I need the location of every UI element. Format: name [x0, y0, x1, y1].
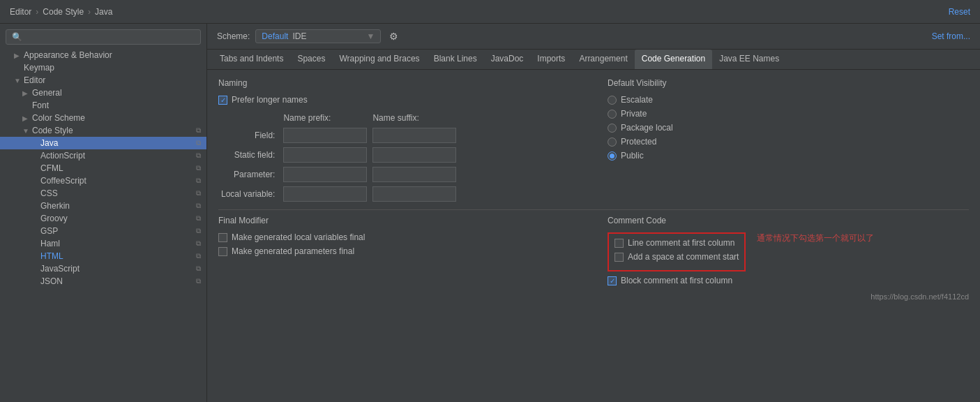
- local-vars-final-item[interactable]: Make generated local variables final: [218, 232, 580, 242]
- parameter-prefix-input[interactable]: [283, 167, 367, 182]
- copy-icon: ⧉: [196, 239, 201, 248]
- radio-circle[interactable]: [608, 96, 617, 105]
- table-row: Static field:: [218, 145, 459, 165]
- radio-label: Private: [621, 109, 647, 119]
- sidebar-item-general[interactable]: ▶ General: [0, 87, 206, 99]
- sidebar-item-javascript[interactable]: JavaScript ⧉: [0, 262, 206, 275]
- arrow-icon: ▶: [22, 114, 31, 122]
- sidebar-item-label: Haml: [40, 239, 60, 248]
- tab-imports[interactable]: Imports: [530, 50, 572, 69]
- radio-circle[interactable]: [608, 137, 617, 147]
- breadcrumb: Editor › Code Style › Java: [10, 7, 112, 17]
- comment-annotation: 通常情况下勾选第一个就可以了: [757, 232, 874, 244]
- gear-button[interactable]: ⚙: [386, 29, 401, 43]
- scheme-dropdown[interactable]: Default IDE ▼: [255, 29, 381, 43]
- radio-label: Escalate: [621, 95, 653, 105]
- prefer-longer-row[interactable]: Prefer longer names: [218, 95, 580, 105]
- naming-table: Name prefix: Name suffix: Field: Static …: [218, 112, 459, 204]
- sidebar-item-actionscript[interactable]: ActionScript ⧉: [0, 149, 206, 162]
- sidebar-item-codestyle[interactable]: ▼ Code Style ⧉: [0, 124, 206, 137]
- parameters-final-checkbox[interactable]: [218, 247, 227, 256]
- sidebar-item-label: Java: [40, 138, 58, 148]
- copy-icon: ⧉: [196, 177, 201, 185]
- settings-content: Naming Prefer longer names Name prefix: …: [207, 70, 980, 402]
- visibility-section: Default Visibility Escalate Private Pack…: [608, 78, 969, 204]
- sidebar-item-appearance[interactable]: ▶ Appearance & Behavior: [0, 49, 206, 61]
- sidebar-item-css[interactable]: CSS ⧉: [0, 187, 206, 200]
- tab-wrapping[interactable]: Wrapping and Braces: [332, 50, 426, 69]
- set-from-link[interactable]: Set from...: [932, 31, 970, 41]
- col-suffix-header: Name suffix:: [370, 112, 459, 126]
- local-var-label: Local variable:: [218, 184, 280, 204]
- radio-circle[interactable]: [608, 124, 617, 133]
- radio-escalate[interactable]: Escalate: [608, 95, 969, 105]
- sidebar-item-html[interactable]: HTML ⧉: [0, 250, 206, 262]
- search-input[interactable]: [6, 29, 201, 45]
- naming-title: Naming: [218, 78, 580, 88]
- tab-javadoc[interactable]: JavaDoc: [484, 50, 531, 69]
- local-var-suffix-input[interactable]: [372, 186, 456, 202]
- sidebar-item-colorscheme[interactable]: ▶ Color Scheme: [0, 112, 206, 124]
- breadcrumb-java: Java: [95, 7, 112, 17]
- radio-protected[interactable]: Protected: [608, 137, 969, 147]
- radio-private[interactable]: Private: [608, 109, 969, 119]
- sidebar-item-gherkin[interactable]: Gherkin ⧉: [0, 200, 206, 212]
- tab-blank-lines[interactable]: Blank Lines: [427, 50, 484, 69]
- line-comment-item[interactable]: Line comment at first column: [615, 238, 739, 248]
- visibility-title: Default Visibility: [608, 78, 969, 88]
- prefer-longer-checkbox[interactable]: [218, 96, 227, 105]
- radio-package-local[interactable]: Package local: [608, 123, 969, 133]
- tab-java-ee-names[interactable]: Java EE Names: [712, 50, 786, 69]
- scheme-ide: IDE: [292, 31, 306, 41]
- field-prefix-input[interactable]: [283, 128, 367, 143]
- add-space-checkbox[interactable]: [615, 253, 624, 262]
- tab-arrangement[interactable]: Arrangement: [572, 50, 634, 69]
- field-suffix-input[interactable]: [372, 128, 456, 143]
- sidebar-item-keymap[interactable]: Keymap: [0, 61, 206, 74]
- copy-icon: ⧉: [196, 252, 201, 260]
- sidebar-item-gsp[interactable]: GSP ⧉: [0, 225, 206, 237]
- breadcrumb-codestyle[interactable]: Code Style: [43, 7, 84, 17]
- tab-code-generation[interactable]: Code Generation: [635, 50, 712, 69]
- sidebar-item-coffeescript[interactable]: CoffeeScript ⧉: [0, 174, 206, 187]
- sidebar-item-font[interactable]: Font: [0, 99, 206, 112]
- local-var-prefix-input[interactable]: [283, 186, 367, 202]
- sidebar-item-java[interactable]: Java ⧉: [0, 137, 206, 149]
- sidebar-item-groovy[interactable]: Groovy ⧉: [0, 212, 206, 225]
- parameters-final-item[interactable]: Make generated parameters final: [218, 246, 580, 256]
- block-comment-label: Block comment at first column: [621, 276, 732, 285]
- parameter-suffix-input[interactable]: [372, 167, 456, 182]
- sidebar-item-haml[interactable]: Haml ⧉: [0, 237, 206, 250]
- sidebar-item-label: Keymap: [24, 63, 54, 73]
- add-space-item[interactable]: Add a space at comment start: [615, 252, 739, 262]
- block-comment-item[interactable]: Block comment at first column: [608, 276, 969, 285]
- radio-circle[interactable]: [608, 110, 617, 119]
- line-comment-checkbox[interactable]: [615, 239, 624, 248]
- radio-label: Package local: [621, 123, 673, 133]
- tab-spaces[interactable]: Spaces: [290, 50, 332, 69]
- section-divider: [218, 209, 969, 210]
- block-comment-checkbox[interactable]: [608, 276, 617, 285]
- prefer-longer-label: Prefer longer names: [232, 95, 308, 105]
- radio-public[interactable]: Public: [608, 151, 969, 161]
- sidebar-item-json[interactable]: JSON ⧉: [0, 275, 206, 288]
- url-text: https://blog.csdn.net/f4112cd: [870, 292, 969, 301]
- local-vars-final-checkbox[interactable]: [218, 233, 227, 242]
- static-field-suffix-input[interactable]: [372, 147, 456, 163]
- sidebar-item-cfml[interactable]: CFML ⧉: [0, 162, 206, 174]
- reset-button[interactable]: Reset: [949, 7, 970, 17]
- copy-icon: ⧉: [196, 126, 201, 135]
- sidebar-item-label: CFML: [40, 163, 63, 173]
- arrow-icon: ▼: [14, 77, 22, 84]
- tab-tabs-and-indents[interactable]: Tabs and Indents: [213, 50, 290, 69]
- sidebar-item-editor[interactable]: ▼ Editor: [0, 74, 206, 87]
- content-area: Scheme: Default IDE ▼ ⚙ Set from... Tabs…: [207, 24, 980, 402]
- sidebar-item-label: GSP: [40, 226, 58, 236]
- table-row: Local variable:: [218, 184, 459, 204]
- static-field-prefix-input[interactable]: [283, 147, 367, 163]
- breadcrumb-editor[interactable]: Editor: [10, 7, 31, 17]
- radio-group: Escalate Private Package local Protected: [608, 95, 969, 161]
- copy-icon: ⧉: [196, 202, 201, 210]
- radio-circle-selected[interactable]: [608, 151, 617, 161]
- arrow-icon: ▶: [22, 89, 31, 97]
